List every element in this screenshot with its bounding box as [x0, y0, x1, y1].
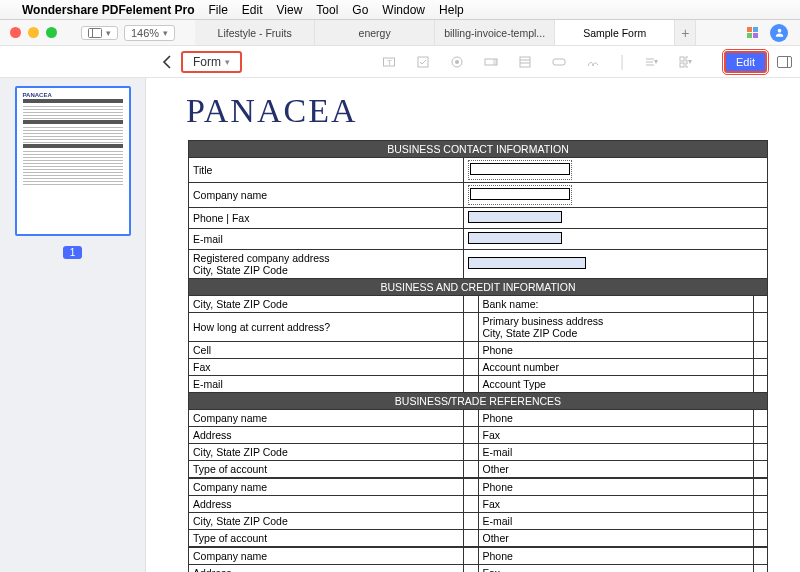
tab-energy[interactable]: energy [315, 20, 435, 45]
svg-rect-9 [493, 59, 497, 65]
form-field[interactable] [753, 427, 768, 444]
form-field[interactable] [753, 376, 768, 393]
checkbox-tool-icon[interactable] [416, 55, 430, 69]
button-tool-icon[interactable] [552, 55, 566, 69]
field-label: E-mail [478, 513, 753, 530]
form-field[interactable] [753, 513, 768, 530]
form-field[interactable] [464, 296, 479, 313]
form-field[interactable] [753, 444, 768, 461]
form-table: BUSINESS CONTACT INFORMATION Title Compa… [188, 140, 768, 572]
menu-tool[interactable]: Tool [316, 3, 338, 17]
field-label: Type of account [189, 461, 464, 479]
field-label: Other [478, 461, 753, 479]
form-field[interactable] [753, 547, 768, 565]
field-label: Primary business addressCity, State ZIP … [478, 313, 753, 342]
field-label: Bank name: [478, 296, 753, 313]
page-thumbnail[interactable]: PANACEA [15, 86, 131, 236]
svg-rect-10 [520, 57, 530, 67]
form-field[interactable] [753, 410, 768, 427]
form-field[interactable] [464, 250, 768, 279]
fullscreen-window-button[interactable] [46, 27, 57, 38]
form-field[interactable] [753, 342, 768, 359]
form-field[interactable] [464, 513, 479, 530]
combobox-tool-icon[interactable] [484, 55, 498, 69]
form-field[interactable] [464, 427, 479, 444]
tab-lifestyle[interactable]: Lifestyle - Fruits [195, 20, 315, 45]
chevron-down-icon: ▾ [106, 28, 111, 38]
form-field[interactable] [753, 296, 768, 313]
form-field[interactable] [464, 530, 479, 548]
close-window-button[interactable] [10, 27, 21, 38]
radio-tool-icon[interactable] [450, 55, 464, 69]
menu-window[interactable]: Window [382, 3, 425, 17]
align-tool-icon[interactable]: ▾ [644, 55, 658, 69]
form-field[interactable] [753, 530, 768, 548]
form-field[interactable] [464, 229, 768, 250]
textfield-tool-icon[interactable]: T [382, 55, 396, 69]
listbox-tool-icon[interactable] [518, 55, 532, 69]
field-label: Phone [478, 547, 753, 565]
form-field[interactable] [464, 158, 768, 183]
menu-edit[interactable]: Edit [242, 3, 263, 17]
form-field[interactable] [464, 461, 479, 479]
menu-view[interactable]: View [277, 3, 303, 17]
form-field[interactable] [464, 313, 479, 342]
toolbar: Form ▾ T | ▾ ▾ Edit [0, 46, 800, 78]
tab-label: Sample Form [583, 27, 646, 39]
field-label: Company name [189, 547, 464, 565]
document-area[interactable]: PANACEA BUSINESS CONTACT INFORMATION Tit… [146, 78, 800, 572]
user-avatar[interactable] [770, 24, 788, 42]
form-field[interactable] [464, 183, 768, 208]
form-field[interactable] [753, 478, 768, 496]
form-tool-icons: T | ▾ ▾ [382, 53, 692, 71]
tab-sample-form[interactable]: Sample Form [555, 20, 675, 45]
form-field[interactable] [753, 461, 768, 479]
field-label: Cell [189, 342, 464, 359]
menu-help[interactable]: Help [439, 3, 464, 17]
field-label: Fax [478, 565, 753, 573]
field-label: Type of account [189, 530, 464, 548]
field-label: Other [478, 530, 753, 548]
signature-tool-icon[interactable] [586, 55, 600, 69]
form-field[interactable] [464, 208, 768, 229]
svg-rect-17 [680, 57, 684, 61]
tab-billing[interactable]: billing-invoice-templ... [435, 20, 555, 45]
menu-file[interactable]: File [209, 3, 228, 17]
form-field[interactable] [464, 376, 479, 393]
form-field[interactable] [464, 547, 479, 565]
window-titlebar: ▾ 146% ▾ Lifestyle - Fruits energy billi… [0, 20, 800, 46]
app-name[interactable]: Wondershare PDFelement Pro [22, 3, 195, 17]
field-label: Account Type [478, 376, 753, 393]
new-tab-button[interactable]: + [675, 20, 696, 45]
apps-grid-icon[interactable] [747, 27, 758, 38]
form-field[interactable] [464, 478, 479, 496]
field-label: Account number [478, 359, 753, 376]
minimize-window-button[interactable] [28, 27, 39, 38]
form-field[interactable] [753, 565, 768, 573]
form-field[interactable] [464, 565, 479, 573]
page-number-badge[interactable]: 1 [63, 246, 83, 259]
more-tools-icon[interactable]: ▾ [678, 55, 692, 69]
form-field[interactable] [753, 313, 768, 342]
svg-text:T: T [387, 58, 392, 67]
form-field[interactable] [464, 444, 479, 461]
zoom-select[interactable]: 146% ▾ [124, 25, 175, 41]
field-label: City, State ZIP Code [189, 444, 464, 461]
form-field[interactable] [753, 359, 768, 376]
mode-dropdown[interactable]: Form ▾ [181, 51, 242, 73]
pdf-page: PANACEA BUSINESS CONTACT INFORMATION Tit… [146, 78, 800, 572]
section-header: BUSINESS/TRADE REFERENCES [189, 393, 768, 410]
form-field[interactable] [464, 410, 479, 427]
form-field[interactable] [464, 342, 479, 359]
field-label: Company name [189, 183, 464, 208]
back-button[interactable] [154, 55, 179, 69]
toggle-panel-icon[interactable] [777, 56, 792, 68]
menu-go[interactable]: Go [352, 3, 368, 17]
edit-button[interactable]: Edit [724, 51, 767, 73]
form-field[interactable] [464, 496, 479, 513]
form-field[interactable] [753, 496, 768, 513]
field-label: Fax [478, 427, 753, 444]
sidebar-toggle[interactable]: ▾ [81, 26, 118, 40]
form-field[interactable] [464, 359, 479, 376]
svg-point-7 [455, 60, 459, 64]
